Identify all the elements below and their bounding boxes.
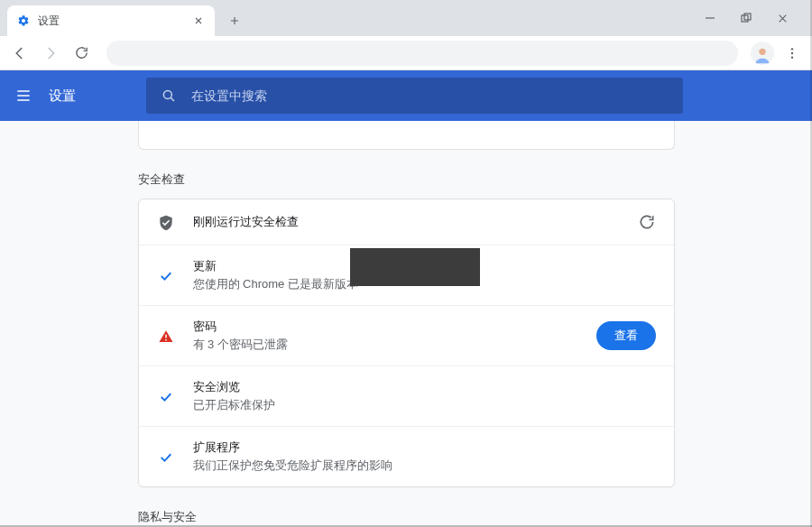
gear-icon [16,14,31,28]
safe-browsing-subtitle: 已开启标准保护 [193,397,656,413]
safety-check-card: 刚刚运行过安全检查 更新 您使用的 Chrome 已是最新版本 [138,199,675,487]
browser-tab[interactable]: 设置 [7,5,215,36]
reload-button[interactable] [69,41,94,66]
svg-point-4 [791,48,793,50]
svg-point-5 [791,51,793,53]
address-bar[interactable] [106,41,738,66]
safe-browsing-title: 安全浏览 [193,379,656,395]
section-title-privacy: 隐私与安全 [138,509,675,525]
passwords-subtitle: 有 3 个密码已泄露 [193,337,578,353]
warning-icon [157,327,175,345]
svg-rect-10 [165,339,167,341]
svg-point-7 [163,90,171,98]
settings-header: 设置 [0,70,812,121]
extensions-title: 扩展程序 [193,439,656,456]
safety-check-header-row: 刚刚运行过安全检查 [139,199,674,245]
safe-browsing-row[interactable]: 安全浏览 已开启标准保护 [139,365,674,426]
check-icon [157,387,175,405]
check-icon [157,448,175,466]
extensions-subtitle: 我们正保护您免受危险扩展程序的影响 [193,458,656,474]
search-icon [161,88,177,104]
browser-menu-button[interactable] [780,41,805,66]
redaction-overlay [350,248,480,286]
tab-title: 设置 [38,14,184,29]
maximize-button[interactable] [738,10,754,26]
passwords-title: 密码 [193,319,578,335]
settings-title: 设置 [49,88,76,105]
tab-strip: 设置 [0,0,812,36]
passwords-row[interactable]: 密码 有 3 个密码已泄露 查看 [139,305,674,365]
shield-check-icon [157,212,175,232]
svg-line-8 [171,97,174,101]
back-button[interactable] [7,41,32,66]
safety-check-status-label: 刚刚运行过安全检查 [193,214,620,230]
profile-avatar[interactable] [751,42,774,65]
forward-button [38,41,63,66]
svg-point-6 [791,56,793,58]
svg-rect-9 [165,335,167,338]
new-tab-button[interactable] [222,8,247,33]
extensions-row[interactable]: 扩展程序 我们正保护您免受危险扩展程序的影响 [139,426,674,486]
minimize-button[interactable] [702,10,718,26]
previous-card-stub [138,121,675,150]
check-icon [157,266,175,284]
refresh-icon[interactable] [638,213,656,231]
browser-toolbar [0,36,812,70]
settings-search-input[interactable] [191,88,669,103]
menu-icon[interactable] [14,87,32,105]
close-icon[interactable] [191,14,206,28]
window-controls [702,0,812,36]
svg-point-3 [759,48,765,54]
window-close-button[interactable] [774,10,790,26]
section-title-safety-check: 安全检查 [138,171,675,188]
settings-content: 安全检查 刚刚运行过安全检查 更新 您使用的 Chrom [0,121,812,527]
view-passwords-button[interactable]: 查看 [596,321,656,350]
settings-search[interactable] [146,78,683,114]
